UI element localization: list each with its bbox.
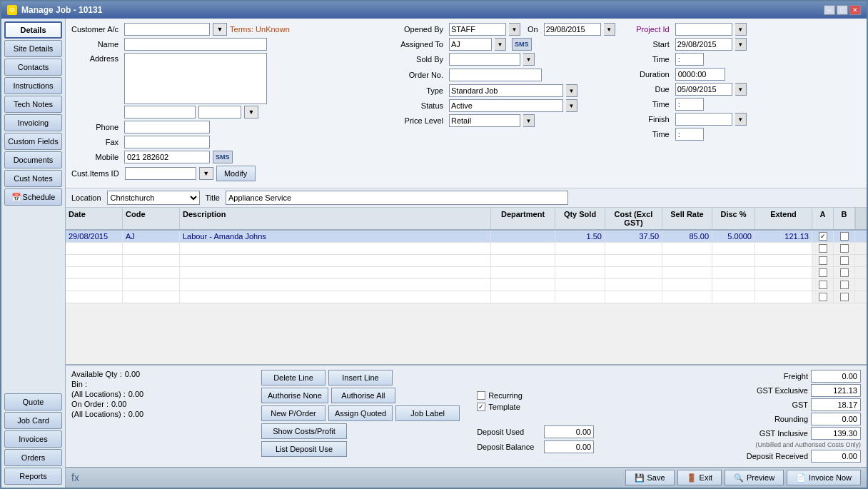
name-input[interactable] [124, 38, 267, 51]
b-checkbox-3[interactable] [840, 256, 849, 265]
start-date-select[interactable]: 29/08/2015 [675, 38, 732, 51]
sidebar-item-instructions[interactable]: Instructions [4, 77, 62, 94]
minimize-button[interactable]: ─ [824, 5, 835, 15]
cust-items-id-input[interactable] [125, 167, 196, 180]
list-deposit-button[interactable]: List Deposit Use [261, 441, 347, 457]
price-level-select[interactable]: Retail [449, 114, 520, 127]
phone-input[interactable] [124, 121, 210, 133]
location-select[interactable]: Christchurch [107, 191, 200, 205]
preview-button[interactable]: 🔍 Preview [725, 470, 784, 485]
new-po-button[interactable]: New P/Order [261, 405, 326, 421]
sidebar-item-job-card[interactable]: Job Card [4, 412, 62, 429]
on-date-arrow[interactable]: ▼ [604, 23, 615, 36]
cell-b[interactable] [834, 231, 855, 242]
save-button[interactable]: 💾 Save [625, 470, 675, 485]
b-checkbox-6[interactable] [840, 293, 849, 301]
gst-inclusive-value[interactable] [811, 427, 861, 440]
modify-button[interactable]: Modify [216, 166, 256, 181]
b-checkbox-5[interactable] [840, 281, 849, 289]
sidebar-item-tech-notes[interactable]: Tech Notes [4, 96, 62, 113]
sidebar-item-invoices[interactable]: Invoices [4, 430, 62, 448]
opened-by-arrow[interactable]: ▼ [509, 23, 520, 36]
sidebar-item-contacts[interactable]: Contacts [4, 59, 62, 76]
a-checkbox-2[interactable] [819, 244, 827, 253]
sidebar-item-cust-notes[interactable]: Cust Notes [4, 170, 62, 187]
on-date-select[interactable]: 29/08/2015 [544, 23, 601, 36]
a-checkbox-4[interactable] [819, 268, 827, 277]
b-checkbox[interactable] [840, 232, 849, 241]
a-checkbox-6[interactable] [819, 293, 827, 301]
sold-by-arrow[interactable]: ▼ [523, 53, 535, 66]
sold-by-select[interactable] [449, 53, 520, 66]
b-checkbox-4[interactable] [840, 268, 849, 277]
assign-quoted-button[interactable]: Assign Quoted [328, 405, 393, 421]
invoice-now-button[interactable]: 📄 Invoice Now [787, 470, 861, 485]
mobile-input[interactable] [124, 151, 210, 163]
delete-line-button[interactable]: Delete Line [261, 370, 326, 385]
table-row[interactable]: 29/08/2015 AJ Labour - Amanda Johns 1.50… [66, 231, 867, 243]
show-costs-button[interactable]: Show Costs/Profit [261, 423, 347, 439]
project-id-arrow[interactable]: ▼ [735, 23, 747, 36]
assigned-to-select[interactable]: AJ [449, 38, 492, 51]
sidebar-item-documents[interactable]: Documents [4, 151, 62, 168]
start-date-arrow[interactable]: ▼ [735, 38, 747, 51]
project-id-select[interactable] [675, 23, 732, 36]
duration-input[interactable] [675, 68, 725, 81]
cell-a[interactable] [812, 231, 834, 242]
a-checkbox[interactable] [819, 232, 827, 241]
address-lookup-button[interactable]: ▼ [244, 106, 258, 119]
address-postcode-input[interactable] [198, 106, 241, 119]
mobile-sms-button[interactable]: SMS [213, 151, 233, 163]
type-arrow[interactable]: ▼ [566, 84, 577, 97]
maximize-button[interactable]: □ [837, 5, 848, 15]
close-button[interactable]: ✕ [849, 5, 861, 15]
due-time-input[interactable] [675, 98, 704, 111]
sidebar-item-details[interactable]: Details [4, 21, 62, 39]
status-arrow[interactable]: ▼ [566, 99, 577, 112]
address-input[interactable] [124, 53, 267, 104]
due-date-arrow[interactable]: ▼ [735, 83, 747, 96]
title-input[interactable] [226, 191, 568, 205]
sidebar-item-quote[interactable]: Quote [4, 393, 62, 410]
finish-date-arrow[interactable]: ▼ [735, 113, 747, 126]
customer-ac-input[interactable] [124, 23, 210, 36]
opened-by-select[interactable]: STAFF [449, 23, 506, 36]
insert-line-button[interactable]: Insert Line [328, 370, 393, 385]
sidebar-item-invoicing[interactable]: Invoicing [4, 114, 62, 131]
sidebar-item-orders[interactable]: Orders [4, 449, 62, 466]
status-select[interactable]: Active [449, 99, 563, 112]
finish-date-select[interactable] [675, 113, 732, 126]
sidebar-item-schedule[interactable]: 📅 Schedule [4, 188, 62, 206]
authorise-none-button[interactable]: Authorise None [261, 388, 328, 403]
exit-button[interactable]: 🚪 Exit [677, 470, 722, 485]
authorise-all-button[interactable]: Authorise All [331, 388, 395, 403]
start-time-input[interactable] [675, 53, 704, 66]
gst-exclusive-value[interactable] [811, 384, 861, 397]
freight-value[interactable] [811, 370, 861, 383]
sidebar-item-site-details[interactable]: Site Details [4, 40, 62, 57]
address-extra-input[interactable] [124, 106, 196, 119]
assigned-sms-button[interactable]: SMS [512, 38, 532, 51]
customer-ac-browse-button[interactable]: ▼ [213, 23, 227, 36]
deposit-balance-input[interactable] [544, 440, 594, 453]
gst-value[interactable] [811, 398, 861, 411]
deposit-used-input[interactable] [544, 425, 594, 438]
b-checkbox-2[interactable] [840, 244, 849, 253]
cust-items-dropdown-button[interactable]: ▼ [199, 167, 213, 180]
a-checkbox-3[interactable] [819, 256, 827, 265]
rounding-value[interactable] [811, 413, 861, 425]
sidebar-item-custom-fields[interactable]: Custom Fields [4, 133, 62, 150]
due-date-select[interactable]: 05/09/2015 [675, 83, 732, 96]
sidebar-item-reports[interactable]: Reports [4, 468, 62, 485]
price-level-arrow[interactable]: ▼ [523, 114, 535, 127]
assigned-to-arrow[interactable]: ▼ [495, 38, 506, 51]
fax-input[interactable] [124, 136, 210, 148]
finish-time-input[interactable] [675, 128, 704, 141]
type-select[interactable]: Standard Job [449, 84, 563, 97]
recurring-checkbox[interactable] [477, 391, 485, 400]
job-label-button[interactable]: Job Label [395, 405, 460, 421]
a-checkbox-5[interactable] [819, 281, 827, 289]
template-checkbox[interactable] [477, 403, 485, 411]
order-no-input[interactable] [449, 69, 542, 81]
deposit-received-value[interactable] [811, 450, 861, 463]
